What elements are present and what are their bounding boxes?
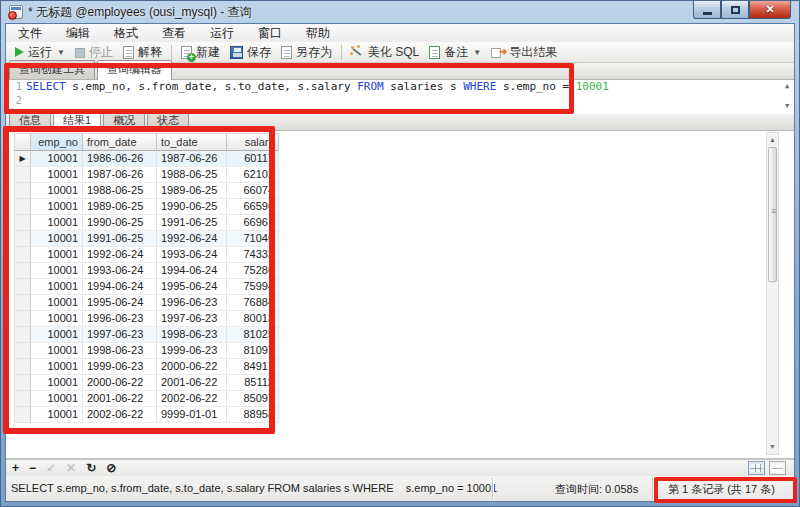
grid-cell[interactable]: 10001: [31, 279, 83, 295]
table-row[interactable]: 100011993-06-241994-06-2475286: [14, 263, 279, 279]
save-button[interactable]: 保存: [225, 43, 276, 62]
sql-editor[interactable]: 1 SELECT s.emp_no, s.from_date, s.to_dat…: [6, 80, 794, 114]
table-row[interactable]: 100011999-06-232000-06-2284917: [14, 359, 279, 375]
grid-cell[interactable]: 80013: [227, 311, 279, 327]
delete-record-button[interactable]: −: [29, 461, 36, 476]
minimize-button[interactable]: [693, 1, 721, 19]
beautify-sql-button[interactable]: 美化 SQL: [346, 43, 424, 62]
save-as-button[interactable]: 另存为: [276, 43, 337, 62]
column-header-to-date[interactable]: to_date: [157, 133, 227, 151]
tab-result1[interactable]: 结果1: [53, 111, 101, 131]
title-bar[interactable]: * 无标题 @employees (ousi_mysql) - 查询 ✕: [1, 1, 799, 23]
grid-cell[interactable]: 1991-06-25: [157, 215, 227, 231]
grid-view-icon[interactable]: [748, 461, 765, 475]
grid-cell[interactable]: 1990-06-25: [157, 199, 227, 215]
row-selector-header[interactable]: [14, 133, 31, 151]
grid-cell[interactable]: 88958: [227, 407, 279, 423]
row-selector[interactable]: [14, 295, 31, 311]
grid-cell[interactable]: 10001: [31, 295, 83, 311]
table-row[interactable]: 100011989-06-251990-06-2566596: [14, 199, 279, 215]
grid-cell[interactable]: 10001: [31, 391, 83, 407]
grid-cell[interactable]: 84917: [227, 359, 279, 375]
row-selector[interactable]: [14, 343, 31, 359]
grid-cell[interactable]: 9999-01-01: [157, 407, 227, 423]
row-selector[interactable]: [14, 327, 31, 343]
explain-button[interactable]: 解释: [118, 43, 167, 62]
grid-cell[interactable]: 1996-06-23: [83, 311, 157, 327]
table-row[interactable]: 100011997-06-231998-06-2381025: [14, 327, 279, 343]
scroll-down-icon[interactable]: ▼: [769, 443, 776, 451]
row-selector[interactable]: [14, 391, 31, 407]
grid-cell[interactable]: 74333: [227, 247, 279, 263]
table-row[interactable]: 100012001-06-222002-06-2285097: [14, 391, 279, 407]
row-selector[interactable]: [14, 407, 31, 423]
grid-cell[interactable]: 1996-06-23: [157, 295, 227, 311]
refresh-button[interactable]: ↻: [86, 461, 96, 476]
grid-cell[interactable]: 1992-06-24: [157, 231, 227, 247]
row-selector[interactable]: [14, 279, 31, 295]
menu-window[interactable]: 窗口: [246, 24, 294, 42]
grid-cell[interactable]: 75994: [227, 279, 279, 295]
grid-cell[interactable]: 1995-06-24: [157, 279, 227, 295]
grid-cell[interactable]: 1990-06-25: [83, 215, 157, 231]
grid-cell[interactable]: 1988-06-25: [83, 183, 157, 199]
grid-cell[interactable]: 85112: [227, 375, 279, 391]
grid-cell[interactable]: 81097: [227, 343, 279, 359]
scroll-up-icon[interactable]: ▲: [769, 136, 776, 144]
column-header-emp-no[interactable]: emp_no: [31, 133, 83, 151]
results-vertical-scrollbar[interactable]: ▲ ▼: [766, 132, 779, 455]
table-row[interactable]: 100012000-06-222001-06-2285112: [14, 375, 279, 391]
grid-cell[interactable]: 1987-06-26: [83, 167, 157, 183]
editor-scrollbar[interactable]: ▲ ▼: [781, 82, 793, 110]
stop-query-button[interactable]: ⊘: [106, 461, 116, 476]
grid-cell[interactable]: 66961: [227, 215, 279, 231]
grid-cell[interactable]: 66596: [227, 199, 279, 215]
chevron-down-icon[interactable]: ▼: [473, 48, 481, 57]
grid-cell[interactable]: 1999-06-23: [83, 359, 157, 375]
grid-cell[interactable]: 10001: [31, 263, 83, 279]
grid-cell[interactable]: 10001: [31, 247, 83, 263]
export-result-button[interactable]: 导出结果: [486, 43, 562, 62]
menu-view[interactable]: 查看: [150, 24, 198, 42]
grid-cell[interactable]: 1995-06-24: [83, 295, 157, 311]
table-row[interactable]: 100011988-06-251989-06-2566074: [14, 183, 279, 199]
table-row[interactable]: 100011998-06-231999-06-2381097: [14, 343, 279, 359]
grid-cell[interactable]: 66074: [227, 183, 279, 199]
grid-cell[interactable]: 71046: [227, 231, 279, 247]
row-selector[interactable]: [14, 375, 31, 391]
grid-cell[interactable]: 1993-06-24: [157, 247, 227, 263]
grid-cell[interactable]: 10001: [31, 311, 83, 327]
sql-code-line-1[interactable]: SELECT s.emp_no, s.from_date, s.to_date,…: [26, 80, 609, 94]
grid-cell[interactable]: 1991-06-25: [83, 231, 157, 247]
grid-cell[interactable]: 10001: [31, 343, 83, 359]
grid-cell[interactable]: 10001: [31, 375, 83, 391]
grid-cell[interactable]: 2002-06-22: [83, 407, 157, 423]
grid-cell[interactable]: 75286: [227, 263, 279, 279]
maximize-button[interactable]: [721, 1, 749, 19]
grid-cell[interactable]: 10001: [31, 183, 83, 199]
grid-cell[interactable]: 60117: [227, 151, 279, 167]
scroll-down-icon[interactable]: ▼: [785, 102, 789, 110]
run-button[interactable]: 运行 ▼: [10, 43, 70, 62]
grid-cell[interactable]: 1999-06-23: [157, 343, 227, 359]
table-row[interactable]: 100011994-06-241995-06-2475994: [14, 279, 279, 295]
tab-query-builder[interactable]: 查询创建工具: [9, 60, 95, 79]
grid-cell[interactable]: 10001: [31, 327, 83, 343]
close-button[interactable]: ✕: [749, 1, 791, 19]
grid-cell[interactable]: 1988-06-25: [157, 167, 227, 183]
new-button[interactable]: 新建: [176, 43, 225, 62]
grid-cell[interactable]: 2001-06-22: [157, 375, 227, 391]
table-row[interactable]: 100011996-06-231997-06-2380013: [14, 311, 279, 327]
grid-cell[interactable]: 1986-06-26: [83, 151, 157, 167]
row-selector[interactable]: [14, 263, 31, 279]
row-selector[interactable]: [14, 199, 31, 215]
table-row[interactable]: 100011991-06-251992-06-2471046: [14, 231, 279, 247]
grid-cell[interactable]: 1994-06-24: [83, 279, 157, 295]
grid-cell[interactable]: 1987-06-26: [157, 151, 227, 167]
tab-query-editor[interactable]: 查询编辑器: [97, 60, 172, 80]
grid-cell[interactable]: 10001: [31, 407, 83, 423]
table-row[interactable]: 100012002-06-229999-01-0188958: [14, 407, 279, 423]
grid-cell[interactable]: 2002-06-22: [157, 391, 227, 407]
row-selector[interactable]: [14, 167, 31, 183]
grid-cell[interactable]: 2000-06-22: [157, 359, 227, 375]
